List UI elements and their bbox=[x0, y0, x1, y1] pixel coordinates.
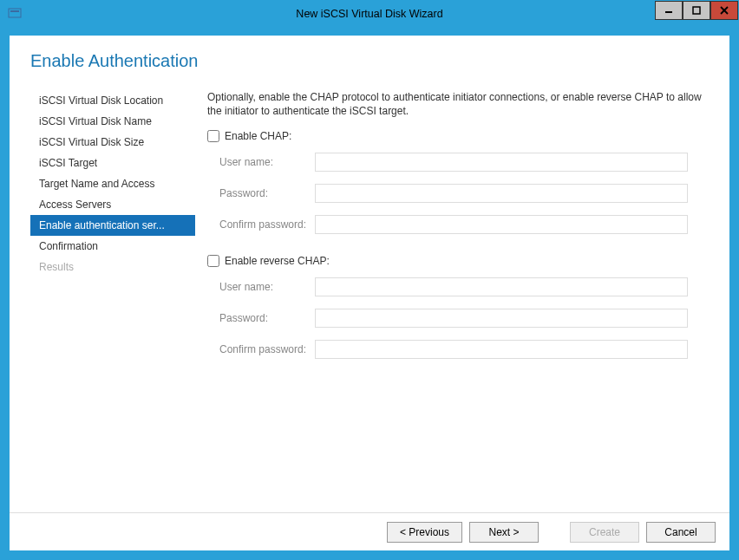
nav-item[interactable]: iSCSI Target bbox=[30, 153, 195, 173]
enable-reverse-chap-label: Enable reverse CHAP: bbox=[225, 255, 330, 267]
cancel-button[interactable]: Cancel bbox=[646, 522, 716, 543]
minimize-button[interactable] bbox=[655, 1, 683, 20]
close-button[interactable] bbox=[710, 1, 738, 20]
nav-item[interactable]: iSCSI Virtual Disk Size bbox=[30, 132, 195, 153]
enable-reverse-chap-checkbox[interactable] bbox=[207, 255, 219, 267]
svg-rect-3 bbox=[693, 7, 700, 14]
reverse-confirm-input[interactable] bbox=[315, 340, 688, 359]
window-controls bbox=[655, 1, 738, 20]
titlebar: New iSCSI Virtual Disk Wizard bbox=[1, 1, 738, 27]
reverse-password-label: Password: bbox=[219, 312, 315, 324]
nav-item[interactable]: Confirmation bbox=[30, 236, 195, 257]
chap-password-label: Password: bbox=[219, 187, 315, 199]
description-text: Optionally, enable the CHAP protocol to … bbox=[207, 90, 709, 118]
chap-password-input[interactable] bbox=[315, 184, 688, 203]
chap-username-label: User name: bbox=[219, 156, 315, 168]
nav-item[interactable]: Access Servers bbox=[30, 194, 195, 215]
enable-chap-label: Enable CHAP: bbox=[225, 130, 291, 142]
reverse-password-input[interactable] bbox=[315, 309, 688, 328]
nav-item[interactable]: Enable authentication ser... bbox=[30, 215, 195, 236]
nav-item: Results bbox=[30, 257, 195, 277]
enable-chap-checkbox[interactable] bbox=[207, 130, 219, 142]
wizard-nav: iSCSI Virtual Disk LocationiSCSI Virtual… bbox=[30, 90, 195, 512]
previous-button[interactable]: < Previous bbox=[387, 522, 462, 543]
footer: < Previous Next > Create Cancel bbox=[10, 512, 729, 550]
svg-rect-0 bbox=[9, 9, 21, 17]
maximize-button[interactable] bbox=[683, 1, 710, 20]
nav-item[interactable]: iSCSI Virtual Disk Location bbox=[30, 90, 195, 111]
page-heading: Enable Authentication bbox=[10, 36, 729, 71]
reverse-username-input[interactable] bbox=[315, 277, 688, 296]
chap-confirm-label: Confirm password: bbox=[219, 218, 315, 231]
nav-item[interactable]: Target Name and Access bbox=[30, 173, 195, 194]
chap-confirm-input[interactable] bbox=[315, 215, 688, 234]
window-title: New iSCSI Virtual Disk Wizard bbox=[1, 8, 738, 20]
main-panel: Optionally, enable the CHAP protocol to … bbox=[195, 90, 709, 512]
chap-username-input[interactable] bbox=[315, 153, 688, 172]
app-icon bbox=[8, 7, 22, 21]
svg-rect-1 bbox=[10, 10, 19, 12]
next-button[interactable]: Next > bbox=[469, 522, 539, 543]
create-button[interactable]: Create bbox=[570, 522, 639, 543]
reverse-username-label: User name: bbox=[219, 281, 315, 293]
nav-item[interactable]: iSCSI Virtual Disk Name bbox=[30, 111, 195, 132]
reverse-confirm-label: Confirm password: bbox=[219, 343, 315, 355]
